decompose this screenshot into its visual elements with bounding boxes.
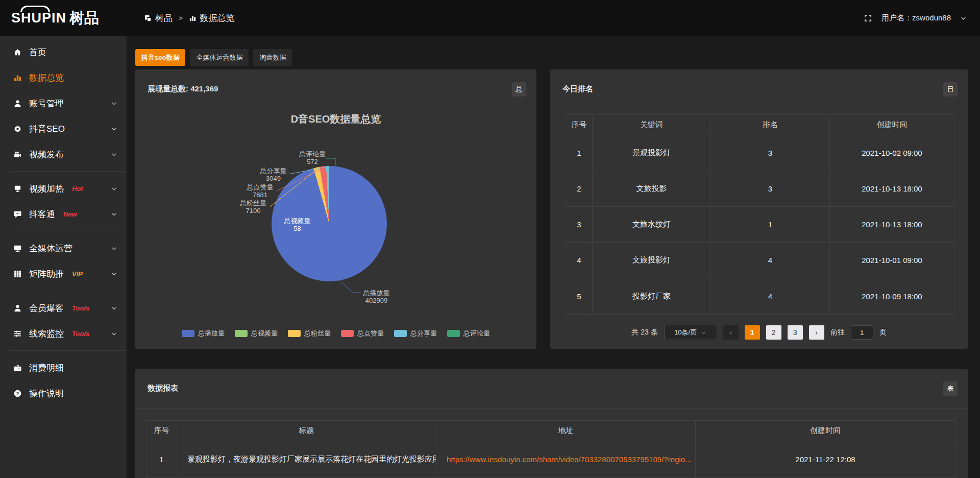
pagination: 共 23 条10条/页‹123›前往1页 [550, 325, 968, 340]
wallet-icon [13, 364, 22, 372]
chevron-down-icon [111, 151, 117, 158]
pie-label-plays: 总播放量402909 [355, 289, 398, 304]
sidebar-item-label: 首页 [29, 46, 46, 58]
legend-item[interactable]: 总粉丝量 [288, 329, 331, 338]
chevron-down-icon [111, 100, 117, 107]
table-cell: 文旅水纹灯 [593, 207, 711, 243]
sidebar-item-screen[interactable]: 视频加热Hot [0, 176, 127, 201]
sidebar-item-label: 消费明细 [29, 362, 64, 374]
sidebar-item-label: 会员爆客 [29, 302, 64, 314]
sidebar-item-monitor[interactable]: 全媒体运营 [0, 235, 127, 261]
total-badge-button[interactable]: 总 [512, 82, 526, 97]
sidebar-item-chat[interactable]: 抖客通New [0, 201, 127, 227]
table-cell: 2021-10-01 09:00 [830, 243, 954, 278]
page-button-2[interactable]: 2 [766, 325, 781, 340]
chevron-down-icon [111, 271, 117, 277]
table-cell: 5 [566, 278, 593, 314]
chevron-down-icon [111, 305, 117, 312]
chevron-down-icon [701, 330, 706, 336]
legend-item[interactable]: 总点赞量 [341, 329, 384, 338]
goto-page-suffix: 页 [879, 328, 887, 337]
table-cell: 1 [711, 207, 830, 243]
sidebar-item-user2[interactable]: 会员爆客Tools [0, 295, 127, 321]
table-cell: 投影灯厂家 [593, 278, 711, 314]
rank-panel: 今日排名 日 序号关键词排名创建时间1景观投影灯32021-10-02 09:0… [550, 69, 968, 349]
page-button-3[interactable]: 3 [788, 325, 803, 340]
sidebar-item-wallet[interactable]: 消费明细 [0, 355, 127, 380]
sidebar-item-user[interactable]: 账号管理 [0, 90, 127, 116]
breadcrumb-item-current[interactable]: 数据总览 [189, 12, 235, 24]
next-page-button[interactable]: › [809, 325, 824, 340]
sidebar-item-home[interactable]: 首页 [0, 39, 127, 65]
chevron-down-icon [111, 330, 117, 337]
day-badge-button[interactable]: 日 [943, 82, 958, 97]
user2-icon [13, 304, 22, 313]
table-cell: 2 [566, 171, 593, 207]
breadcrumb-item-home[interactable]: 树品 [144, 12, 173, 24]
monitor-icon [13, 244, 22, 253]
table-cell: 2021-10-09 18:00 [830, 278, 954, 314]
table-badge-button[interactable]: 表 [943, 381, 958, 396]
legend-item[interactable]: 总评论量 [447, 329, 490, 338]
table-cell: 文旅投影灯 [593, 243, 711, 278]
username[interactable]: 用户名：zswodun88 [881, 13, 951, 23]
logo-text-cn: 树品 [69, 8, 99, 29]
main-content: 抖音seo数据全媒体运营数据询盘数据 展现量总数: 421,369 总 D音SE… [127, 36, 980, 478]
breadcrumb: 树品 > 数据总览 [144, 12, 235, 24]
sidebar: 首页数据总览账号管理抖音SEO视频发布视频加热Hot抖客通New全媒体运营矩阵助… [0, 36, 127, 478]
tab-1[interactable]: 全媒体运营数据 [190, 49, 249, 66]
sidebar-item-label: 数据总览 [29, 72, 64, 84]
table-row: 1景观投影灯32021-10-02 09:00 [566, 135, 954, 171]
table-cell: 4 [566, 243, 593, 278]
page-size-value: 10条/页 [674, 328, 697, 337]
sidebar-item-question[interactable]: ?操作说明 [0, 380, 127, 406]
sidebar-item-grid[interactable]: 矩阵助推VIP [0, 261, 127, 286]
chevron-down-icon[interactable] [960, 15, 967, 21]
pie-chart[interactable]: D音SEO数据量总览 总评论量572 总分享量3049 [135, 109, 536, 348]
sidebar-item-label: 线索监控 [29, 328, 64, 340]
goto-page-input[interactable]: 1 [851, 325, 873, 340]
page-button-1[interactable]: 1 [745, 325, 760, 340]
table-row: 4文旅投影灯42021-10-01 09:00 [566, 243, 954, 278]
legend-swatch [288, 330, 301, 337]
goto-label: 前往 [830, 328, 845, 337]
chart-title: D音SEO数据量总览 [135, 112, 536, 126]
prev-page-button[interactable]: ‹ [723, 325, 739, 340]
chevron-down-icon [111, 211, 117, 218]
legend-swatch [341, 330, 354, 337]
rank-panel-header: 今日排名 日 [550, 69, 968, 109]
bar-chart-icon [189, 14, 197, 22]
legend-item[interactable]: 总分享量 [394, 329, 437, 338]
legend-item[interactable]: 总播放量 [182, 329, 225, 338]
user-icon [13, 99, 22, 108]
column-header: 创建时间 [830, 115, 954, 135]
logo-text-en: SHUPIN [11, 10, 66, 26]
pie-label-videos: 总视频量58 [278, 217, 316, 232]
fullscreen-icon[interactable] [864, 14, 872, 22]
column-header: 标题 [177, 421, 436, 441]
column-header: 关键词 [593, 115, 711, 135]
table-cell: 4 [711, 278, 830, 314]
chevron-down-icon [111, 245, 117, 252]
legend-swatch [447, 330, 460, 337]
sidebar-item-label: 操作说明 [29, 388, 64, 399]
legend-label: 总分享量 [410, 329, 437, 338]
sidebar-item-clapper[interactable]: 视频发布 [0, 141, 127, 167]
question-icon: ? [13, 389, 22, 398]
legend-item[interactable]: 总视频量 [235, 329, 278, 338]
sidebar-item-bars[interactable]: 数据总览 [0, 65, 127, 90]
table-cell: 景观投影灯 [593, 135, 711, 171]
table-cell: 2021-10-13 18:00 [830, 207, 954, 243]
app-logo: SHUPIN 树品 [0, 0, 127, 36]
page-size-select[interactable]: 10条/页 [664, 325, 717, 340]
breadcrumb-label: 数据总览 [200, 12, 235, 24]
pie-label-fans: 总粉丝量7100 [235, 199, 272, 214]
sidebar-item-sliders[interactable]: 线索监控Tools [0, 321, 127, 346]
tab-2[interactable]: 询盘数据 [253, 49, 292, 66]
tab-0[interactable]: 抖音seo数据 [135, 49, 185, 66]
chart-panel: 展现量总数: 421,369 总 D音SEO数据量总览 总评论量572 [135, 69, 536, 349]
sidebar-item-badge: Tools [72, 304, 89, 312]
legend-label: 总评论量 [463, 329, 490, 338]
grid-icon [13, 270, 22, 278]
sidebar-item-gear[interactable]: 抖音SEO [0, 116, 127, 141]
